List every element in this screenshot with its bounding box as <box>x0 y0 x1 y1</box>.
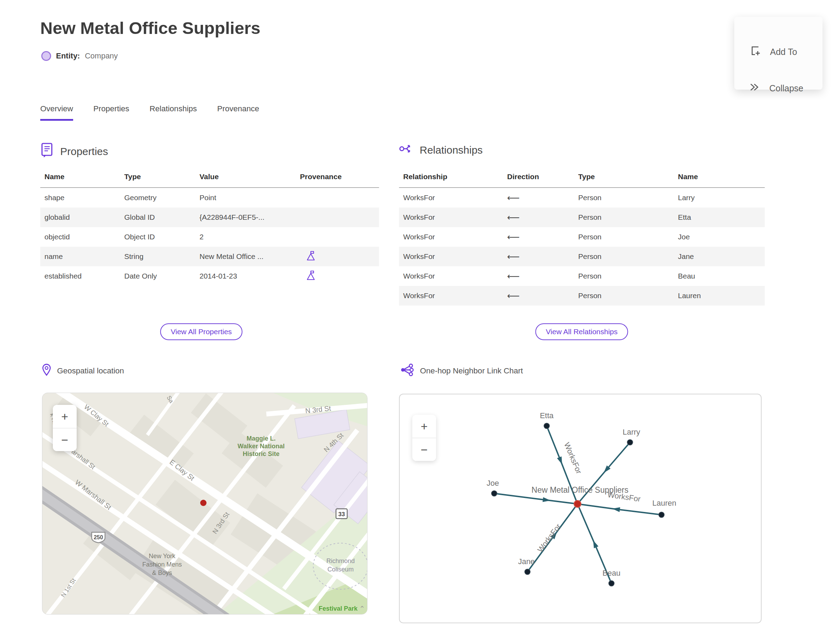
svg-text:Joe: Joe <box>487 479 499 488</box>
node-lauren[interactable] <box>659 512 664 518</box>
provenance-flag-icon[interactable] <box>306 270 315 282</box>
svg-text:Fashion Mens: Fashion Mens <box>142 561 181 568</box>
tab-overview[interactable]: Overview <box>40 104 73 121</box>
svg-text:Coliseum: Coliseum <box>327 566 353 573</box>
prop-name: name <box>40 247 120 266</box>
relationships-header-row: Relationship Direction Type Name <box>399 170 765 188</box>
svg-text:Richmond: Richmond <box>326 558 355 564</box>
prop-type: Geometry <box>120 188 195 208</box>
link-chart-canvas[interactable]: WorksFor WorksFor WorksFor Etta Larry Jo… <box>400 394 761 623</box>
svg-text:Larry: Larry <box>623 428 640 436</box>
provenance-flag-icon[interactable] <box>306 251 315 263</box>
add-to-button[interactable]: Add To <box>749 45 797 59</box>
prop-provenance <box>296 188 379 208</box>
prop-type: Global ID <box>120 208 195 227</box>
related-name-link[interactable]: Joe <box>674 227 765 247</box>
svg-text:Walker National: Walker National <box>238 443 285 450</box>
properties-icon <box>40 142 54 161</box>
onehop-link-chart[interactable]: WorksFor WorksFor WorksFor Etta Larry Jo… <box>399 394 762 623</box>
col-type: Type <box>120 170 195 188</box>
svg-text:33: 33 <box>339 511 345 518</box>
svg-text:Maggie L.: Maggie L. <box>247 435 275 442</box>
tab-properties[interactable]: Properties <box>94 104 129 121</box>
col-relationship: Relationship <box>399 170 503 188</box>
table-row: WorksFor ⟵ Person Joe <box>399 227 765 247</box>
entity-label: Entity: <box>56 51 80 60</box>
prop-name: shape <box>40 188 120 208</box>
entity-location-marker[interactable] <box>200 500 207 506</box>
node-jane[interactable] <box>525 569 530 575</box>
prop-name: objectid <box>40 227 120 247</box>
prop-provenance <box>296 208 379 227</box>
collapse-label: Collapse <box>769 83 803 94</box>
svg-text:New York: New York <box>149 553 176 560</box>
view-all-properties-button[interactable]: View All Properties <box>160 323 243 340</box>
svg-text:& Boys: & Boys <box>152 569 172 576</box>
collapse-button[interactable]: Collapse <box>749 81 803 95</box>
relationship-link[interactable]: WorksFor <box>399 247 503 266</box>
table-row: objectid Object ID 2 <box>40 227 379 247</box>
col-type: Type <box>574 170 674 188</box>
chart-zoom-in-button[interactable]: + <box>412 415 436 438</box>
map-zoom-in-button[interactable]: + <box>53 405 76 428</box>
prop-provenance <box>296 247 379 266</box>
relationship-link[interactable]: WorksFor <box>399 188 503 208</box>
entity-type-dot-icon <box>41 51 51 61</box>
tab-bar: Overview Properties Relationships Proven… <box>40 104 259 121</box>
entity-row: Entity: Company <box>41 51 118 61</box>
add-to-label: Add To <box>770 47 797 57</box>
direction-arrow: ⟵ <box>503 208 574 227</box>
map-attribution-toggle[interactable]: ⌃ <box>359 604 365 613</box>
map-canvas[interactable]: 250 33 k Rd W Clay St Sa arshall St W Ma… <box>42 393 367 614</box>
tab-provenance[interactable]: Provenance <box>217 104 259 121</box>
chart-zoom-out-button[interactable]: − <box>412 438 436 461</box>
related-name-link[interactable]: Etta <box>674 208 765 227</box>
relationships-section-title: Relationships <box>420 144 483 156</box>
related-name-link[interactable]: Jane <box>674 247 765 266</box>
direction-arrow: ⟵ <box>503 188 574 208</box>
node-larry[interactable] <box>627 440 633 445</box>
table-row: WorksFor ⟵ Person Lauren <box>399 286 765 305</box>
direction-arrow: ⟵ <box>503 266 574 286</box>
double-chevron-right-icon <box>749 81 760 95</box>
prop-name: established <box>40 266 120 286</box>
related-name-link[interactable]: Lauren <box>674 286 765 305</box>
properties-section-title: Properties <box>60 146 108 157</box>
col-value: Value <box>195 170 296 188</box>
node-joe[interactable] <box>492 491 497 496</box>
page-title: New Metal Office Suppliers <box>40 18 260 38</box>
entity-detail-page: New Metal Office Suppliers Entity: Compa… <box>0 0 840 639</box>
geospatial-map[interactable]: 250 33 k Rd W Clay St Sa arshall St W Ma… <box>42 393 368 615</box>
view-all-relationships-button[interactable]: View All Relationships <box>535 323 628 340</box>
node-beau[interactable] <box>609 580 614 586</box>
relationship-link[interactable]: WorksFor <box>399 286 503 305</box>
related-name-link[interactable]: Larry <box>674 188 765 208</box>
street-label: N 1st St <box>60 577 77 598</box>
node-etta[interactable] <box>544 423 549 429</box>
relationship-link[interactable]: WorksFor <box>399 208 503 227</box>
svg-text:Beau: Beau <box>602 569 620 577</box>
related-type: Person <box>574 266 674 286</box>
relationship-link[interactable]: WorksFor <box>399 266 503 286</box>
relationships-section-header: Relationships <box>399 142 483 158</box>
table-row: WorksFor ⟵ Person Larry <box>399 188 765 208</box>
svg-text:Historic Site: Historic Site <box>243 450 279 457</box>
properties-table: Name Type Value Provenance shape Geometr… <box>40 170 379 286</box>
street-label: arshall St <box>70 448 97 471</box>
tab-relationships[interactable]: Relationships <box>150 104 197 121</box>
svg-text:Etta: Etta <box>540 411 554 420</box>
relationship-link[interactable]: WorksFor <box>399 227 503 247</box>
onehop-section-header: One-hop Neighbor Link Chart <box>400 363 523 378</box>
related-type: Person <box>574 208 674 227</box>
actions-popover: Add To Collapse <box>734 17 822 90</box>
node-center[interactable] <box>574 501 581 507</box>
svg-text:Lauren: Lauren <box>652 499 676 507</box>
map-zoom-control: + − <box>53 405 76 451</box>
col-name: Name <box>40 170 120 188</box>
svg-text:WorksFor: WorksFor <box>536 522 562 554</box>
map-zoom-out-button[interactable]: − <box>53 428 76 451</box>
geospatial-section-title: Geospatial location <box>57 366 124 375</box>
onehop-section-title: One-hop Neighbor Link Chart <box>420 366 523 375</box>
col-provenance: Provenance <box>296 170 379 188</box>
related-name-link[interactable]: Beau <box>674 266 765 286</box>
